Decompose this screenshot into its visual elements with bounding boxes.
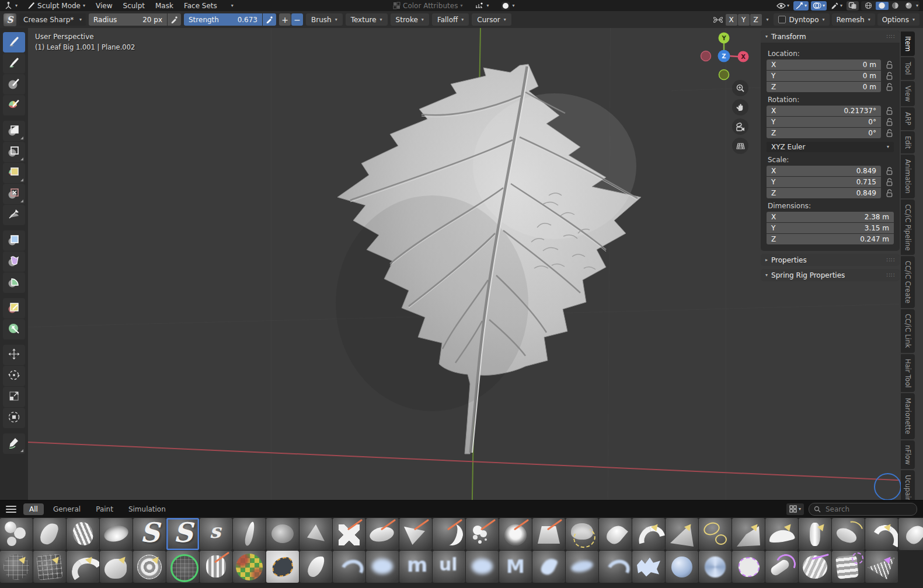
dyntopo-checkbox[interactable] (778, 16, 786, 23)
panel-dropdown-stroke[interactable]: Stroke▾ (391, 13, 429, 26)
brush-thumb-tilt[interactable] (832, 518, 865, 550)
lock-open-icon[interactable] (881, 60, 894, 69)
lock-open-icon[interactable] (881, 106, 894, 116)
brush-thumb-twist[interactable] (133, 551, 166, 583)
shelf-tab-general[interactable]: General (47, 503, 86, 515)
tool-cloth[interactable] (3, 251, 25, 272)
brush-thumb-inflate-thin[interactable] (233, 518, 266, 550)
radius-pressure-toggle[interactable] (168, 13, 181, 26)
annotate-eyedropper-dropdown[interactable]: ▾ (829, 1, 844, 10)
sidebar-tab-animation[interactable]: Animation (901, 155, 915, 198)
brush-thumb-smear[interactable] (200, 518, 232, 550)
panel-header[interactable]: ▾Spring Rig Properties∷∷ (761, 269, 900, 281)
brush-thumb-smear-flame[interactable] (299, 551, 332, 583)
lock-open-icon[interactable] (881, 177, 894, 187)
editor-type-button[interactable]: ▾ (0, 0, 22, 11)
brush-thumb-crater[interactable] (499, 518, 532, 550)
direction-add-button[interactable]: + (279, 13, 291, 26)
tool-clay-strips[interactable] (3, 95, 25, 116)
brush-thumb-airbrush-2[interactable] (366, 551, 399, 583)
tool-move[interactable] (3, 345, 25, 365)
panel-grip-icon[interactable]: ∷∷ (886, 33, 895, 40)
orientation-gizmo[interactable]: Y X Z (696, 30, 752, 84)
brush-thumb-fold-pinch[interactable] (799, 518, 831, 550)
extra-menu-dropdown[interactable]: ▾ (227, 0, 238, 11)
brush-thumb-smudge-w[interactable] (499, 551, 532, 583)
tool-grab[interactable] (3, 230, 25, 251)
panel-grip-icon[interactable]: ∷∷ (886, 257, 895, 263)
menu-view[interactable]: View (90, 2, 117, 10)
sidebar-tab-arp[interactable]: ARP (901, 107, 915, 130)
tool-draw[interactable] (3, 32, 25, 52)
brush-thumb-blob[interactable] (0, 518, 33, 550)
brush-thumb-pinch-spike[interactable] (299, 518, 332, 550)
brush-thumb-soft-ball[interactable] (666, 551, 698, 583)
shading-wireframe-button[interactable] (862, 2, 875, 10)
menu-mask[interactable]: Mask (150, 2, 179, 10)
brush-thumb-jagged-cloud[interactable] (632, 551, 665, 583)
value-field-x[interactable]: X0.849 (767, 166, 881, 176)
value-field-z[interactable]: Z0.247 m (767, 234, 894, 244)
lock-open-icon[interactable] (881, 71, 894, 80)
zoom-button[interactable] (732, 80, 748, 96)
panel-dropdown-texture[interactable]: Texture▾ (346, 13, 388, 26)
brush-thumb-trim-bubbles[interactable] (466, 518, 499, 550)
dyntopo-toggle[interactable]: Dyntopo ▾ (774, 13, 830, 26)
tool-inflate[interactable] (3, 142, 25, 162)
remesh-dropdown[interactable]: Remesh ▾ (832, 13, 875, 26)
ortho-toggle-button[interactable] (732, 138, 748, 154)
brush-thumb-scrape-multi[interactable] (200, 551, 232, 583)
brush-thumb-plateau[interactable] (532, 518, 565, 550)
transform-panel-header[interactable]: ▾ Transform ∷∷ (761, 30, 900, 43)
sidebar-tab-tool[interactable]: Tool (901, 57, 915, 79)
brush-thumb-inflate[interactable] (599, 518, 632, 550)
sidebar-tab-hair-tool[interactable]: Hair Tool (901, 354, 915, 393)
brush-thumb-smudge-m[interactable] (399, 551, 432, 583)
lock-open-icon[interactable] (881, 82, 894, 92)
sidebar-tab-cc-ic-link[interactable]: CC/iC Link (901, 309, 915, 352)
brush-thumb-fill[interactable] (433, 518, 465, 550)
tool-annotate[interactable] (3, 433, 25, 454)
value-field-x[interactable]: X0.21737° (767, 106, 881, 116)
shelf-tab-simulation[interactable]: Simulation (123, 503, 172, 515)
value-field-z[interactable]: Z0.849 (767, 188, 881, 198)
color-attributes-dropdown[interactable]: Color Attributes ▾ (389, 0, 466, 11)
brush-thumb-clay-soft[interactable] (266, 518, 299, 550)
brush-thumb-snake-hook[interactable] (632, 518, 665, 550)
brush-thumb-crease-sharp[interactable] (166, 518, 199, 550)
brush-thumb-cloth-boxes[interactable] (832, 551, 865, 583)
brush-thumb-curl[interactable] (865, 518, 898, 550)
value-field-y[interactable]: Y0° (767, 117, 881, 127)
brush-thumb-cloud[interactable] (466, 551, 499, 583)
symmetry-z-button[interactable]: Z (750, 14, 762, 26)
radius-slider[interactable]: Radius 20 px (89, 13, 167, 26)
menu-sculpt[interactable]: Sculpt (118, 2, 150, 10)
panel-dropdown-cursor[interactable]: Cursor▾ (472, 13, 511, 26)
brush-thumb-draw[interactable] (33, 518, 66, 550)
brush-thumb-multiplane-scrape[interactable] (333, 518, 365, 550)
symmetry-y-button[interactable]: Y (738, 14, 750, 26)
tool-blob[interactable] (3, 163, 25, 183)
pan-button[interactable] (732, 99, 748, 116)
tool-clay[interactable] (3, 74, 25, 94)
tool-rotate[interactable] (3, 366, 25, 386)
brush-thumb-clay-hat[interactable] (566, 518, 598, 550)
tool-transform[interactable] (3, 408, 25, 428)
brush-thumb-clay-strips[interactable] (67, 518, 99, 550)
search-input[interactable] (824, 505, 912, 514)
symmetry-x-button[interactable]: X (726, 14, 737, 26)
brush-thumb-snake-hook-2[interactable] (67, 551, 99, 583)
catalog-menu-button[interactable] (6, 506, 16, 513)
value-field-x[interactable]: X0 m (767, 60, 881, 70)
panel-dropdown-brush[interactable]: Brush▾ (306, 13, 343, 26)
tool-pose[interactable] (3, 272, 25, 293)
brush-thumb-soft-smear[interactable] (566, 551, 598, 583)
camera-view-button[interactable] (732, 118, 748, 135)
sidebar-tab-marionette[interactable]: Marionette (901, 393, 915, 439)
xray-toggle[interactable] (847, 1, 859, 10)
shading-solid-button[interactable] (876, 2, 889, 10)
tool-face-sets[interactable] (3, 319, 25, 340)
shelf-tab-paint[interactable]: Paint (90, 503, 119, 515)
lock-open-icon[interactable] (881, 117, 894, 127)
brush-thumb-grab-swoosh[interactable] (732, 518, 765, 550)
